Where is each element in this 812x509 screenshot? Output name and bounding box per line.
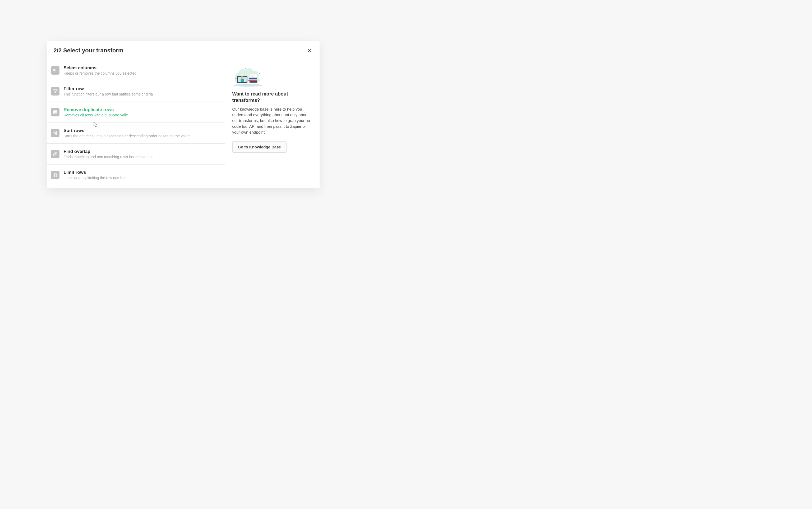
info-body: Our knowledge base is here to help you u… [232,106,312,135]
transform-desc: Removes all rows with a duplicate valie [64,113,128,117]
transform-filter-row[interactable]: Filter row This function filters our a r… [47,81,225,102]
svg-point-8 [56,132,57,133]
transform-list: Select columns Keeps or removes the colu… [47,60,225,189]
filter-icon [51,87,60,96]
svg-rect-14 [241,79,244,82]
svg-point-10 [233,84,262,87]
svg-rect-15 [248,80,257,81]
transform-select-columns[interactable]: Select columns Keeps or removes the colu… [47,60,225,81]
modal-header: 2/2 Select your transform [47,41,320,60]
svg-point-6 [55,133,56,134]
cursor-click-icon [51,66,60,75]
svg-rect-18 [250,74,257,77]
transform-limit-rows[interactable]: Limit rows Limits data by limiting the r… [47,165,225,189]
svg-point-22 [259,73,260,74]
transform-title: Find overlap [64,149,154,154]
info-title: Want to read more about transforms? [232,91,312,104]
transform-find-overlap[interactable]: Find overlap Finds matching and non matc… [47,144,225,165]
svg-point-23 [245,68,246,69]
transform-title: Filter row [64,86,153,92]
transform-desc: Sorts the entire column in ascending or … [64,134,190,138]
svg-rect-17 [249,81,257,83]
svg-point-4 [54,132,54,133]
modal-body: Select columns Keeps or removes the colu… [47,60,320,189]
svg-point-13 [241,76,244,79]
transform-title: Remove duplicate rows [64,107,128,112]
transform-desc: This function filters our a row that sat… [64,92,153,96]
transform-title: Limit rows [64,170,126,175]
layers-icon [51,171,60,179]
transform-desc: Limits data by limiting the row number [64,176,126,180]
go-to-knowledge-base-button[interactable]: Go to Knowledge Base [232,141,287,152]
transform-title: Select columns [64,65,136,71]
link-icon [51,150,60,158]
close-icon [307,48,311,53]
modal-title: 2/2 Select your transform [54,47,123,54]
svg-rect-16 [249,78,257,79]
transform-remove-duplicate-rows[interactable]: Remove duplicate rows Removes all rows w… [47,102,225,123]
transform-sort-rows[interactable]: Sort rows Sorts the entire column in asc… [47,123,225,144]
svg-marker-9 [53,173,57,175]
rows-icon [51,108,60,116]
transform-desc: Finds matching and non matching rows ins… [64,155,154,159]
sliders-icon [51,129,60,137]
transform-title: Sort rows [64,128,190,133]
svg-rect-0 [53,110,57,114]
info-panel: Want to read more about transforms? Our … [225,60,320,189]
svg-point-21 [235,78,236,79]
select-transform-modal: 2/2 Select your transform Select columns… [47,41,320,189]
knowledge-illustration [232,66,263,87]
transform-desc: Keeps or removes the columns you selecte… [64,71,136,75]
close-button[interactable] [306,47,313,54]
